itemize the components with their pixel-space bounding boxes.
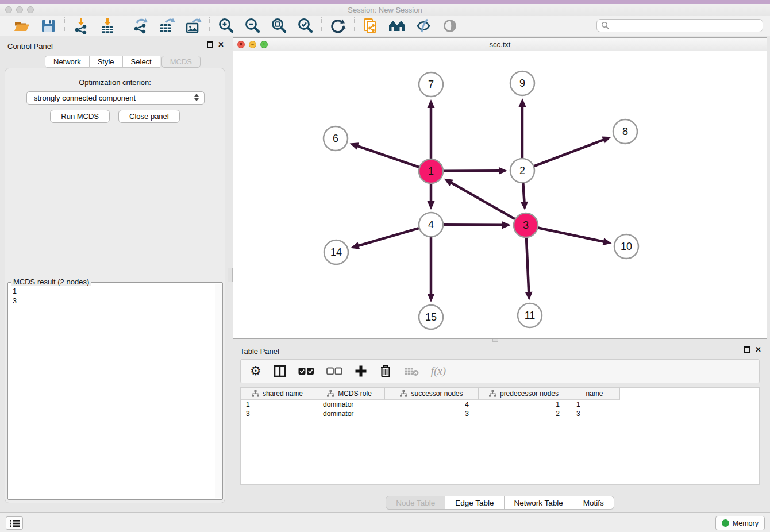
node-table: shared name MCDS role successor nodes pr… [240, 387, 760, 485]
task-history-button[interactable] [6, 516, 23, 530]
first-neighbors-button[interactable] [388, 17, 406, 35]
close-panel-icon[interactable]: ✕ [218, 41, 224, 48]
unselect-all-columns-button[interactable] [326, 367, 342, 375]
zoom-in-icon [217, 17, 234, 34]
tab-select[interactable]: Select [123, 56, 160, 68]
mcds-result-text[interactable]: 1 3 [9, 284, 214, 498]
close-panel-icon[interactable]: ✕ [755, 346, 761, 353]
plus-icon [355, 365, 367, 377]
graph-edge-arrow [603, 238, 612, 245]
graph-edge-arrow [428, 294, 435, 302]
zoom-out-button[interactable] [243, 17, 261, 35]
vertical-splitter-handle[interactable] [228, 268, 233, 282]
graph-edge[interactable] [534, 139, 605, 166]
export-image-button[interactable] [184, 17, 202, 35]
search-input[interactable] [596, 19, 763, 32]
tab-network[interactable]: Network [45, 56, 90, 68]
graph-edge[interactable] [444, 171, 500, 171]
refresh-button[interactable] [329, 17, 347, 35]
mcds-result-line: 1 [13, 287, 214, 296]
columns-icon [274, 365, 286, 377]
graph-edge[interactable] [356, 145, 419, 167]
tab-motifs[interactable]: Motifs [573, 496, 614, 510]
export-table-button[interactable] [157, 17, 176, 35]
graph-node-label: 6 [333, 133, 338, 144]
homes-icon [388, 18, 406, 33]
delete-columns-button[interactable] [379, 364, 392, 378]
search-icon [601, 21, 610, 30]
graph-edge[interactable] [450, 182, 515, 219]
show-column-button[interactable] [274, 365, 286, 377]
zoom-in-button[interactable] [217, 17, 235, 35]
network-graph[interactable]: 7968124314101511 [233, 51, 767, 338]
zoom-selected-icon [297, 17, 314, 34]
table-options-button[interactable]: ⚙ [250, 365, 261, 377]
column-header-successor-nodes[interactable]: successor nodes [385, 388, 479, 400]
graph-edge[interactable] [357, 228, 418, 246]
zoom-fit-button[interactable] [270, 17, 288, 35]
import-network-button[interactable] [72, 17, 90, 35]
create-new-column-button[interactable] [355, 365, 367, 377]
graph-edge-arrow [428, 99, 435, 108]
task-list-icon [10, 519, 20, 527]
run-mcds-button[interactable]: Run MCDS [50, 110, 110, 123]
select-all-columns-button[interactable] [298, 367, 314, 375]
table-panel: Table Panel ✕ ⚙ [233, 342, 767, 509]
tab-edge-table[interactable]: Edge Table [445, 496, 504, 510]
graph-node-label: 11 [525, 310, 536, 321]
import-table-icon [99, 17, 116, 34]
graph-edge[interactable] [444, 225, 504, 225]
export-image-icon [184, 17, 202, 34]
graph-edge[interactable] [538, 228, 605, 242]
criterion-select[interactable]: strongly connected component [26, 91, 205, 105]
control-panel-title: Control Panel [7, 42, 53, 51]
table-row[interactable]: 1 dominator 4 1 1 [241, 400, 759, 409]
fx-icon: f(x) [431, 365, 446, 377]
column-type-icon [252, 390, 259, 397]
tab-node-table[interactable]: Node Table [386, 496, 445, 510]
column-header-mcds-role[interactable]: MCDS role [314, 388, 385, 400]
column-header-name[interactable]: name [569, 388, 620, 400]
column-header-shared-name[interactable]: shared name [241, 388, 314, 400]
application-window: Session: New Session [0, 0, 770, 532]
graph-edge[interactable] [523, 183, 524, 203]
result-scrollbar[interactable] [215, 284, 222, 498]
tab-mcds[interactable]: MCDS [161, 56, 201, 68]
new-network-from-selection-button[interactable] [361, 17, 380, 35]
export-table-icon [158, 17, 175, 34]
tab-network-table[interactable]: Network Table [505, 496, 573, 510]
zoom-selected-button[interactable] [296, 17, 314, 35]
delete-table-button[interactable] [404, 366, 419, 376]
optimization-criterion-label: Optimization criterion: [5, 78, 225, 87]
status-bar: Memory [0, 512, 770, 532]
open-session-button[interactable] [13, 17, 31, 35]
network-frame-titlebar[interactable]: ✕ − + scc.txt [233, 38, 767, 51]
table-row[interactable]: 3 dominator 3 2 3 [241, 409, 759, 418]
graph-node-label: 1 [428, 165, 434, 177]
graph-node-label: 8 [622, 126, 628, 137]
function-builder-button[interactable]: f(x) [431, 365, 446, 377]
export-network-button[interactable] [131, 17, 149, 35]
birds-eye-view-button[interactable] [441, 17, 459, 35]
float-panel-icon[interactable] [207, 41, 213, 48]
network-file-icon [363, 17, 379, 34]
table-panel-title: Table Panel [240, 347, 279, 356]
save-floppy-icon [41, 18, 56, 33]
memory-button[interactable]: Memory [715, 516, 765, 530]
refresh-icon [330, 18, 346, 34]
tab-style[interactable]: Style [90, 56, 123, 68]
graph-edge[interactable] [526, 238, 529, 294]
show-hide-graphics-details-button[interactable] [414, 17, 433, 35]
float-panel-icon[interactable] [744, 346, 750, 353]
trash-icon [379, 364, 392, 378]
graph-edge-arrow [350, 142, 359, 149]
control-panel-tabs: Network Style Select MCDS [45, 56, 201, 68]
save-session-button[interactable] [39, 17, 57, 35]
column-type-icon [489, 390, 496, 397]
close-panel-button[interactable]: Close panel [118, 110, 180, 123]
import-table-button[interactable] [98, 17, 117, 35]
column-header-predecessor-nodes[interactable]: predecessor nodes [479, 388, 569, 400]
birds-eye-icon [442, 18, 457, 33]
export-network-icon [132, 17, 149, 34]
graph-node-label: 9 [519, 78, 525, 89]
